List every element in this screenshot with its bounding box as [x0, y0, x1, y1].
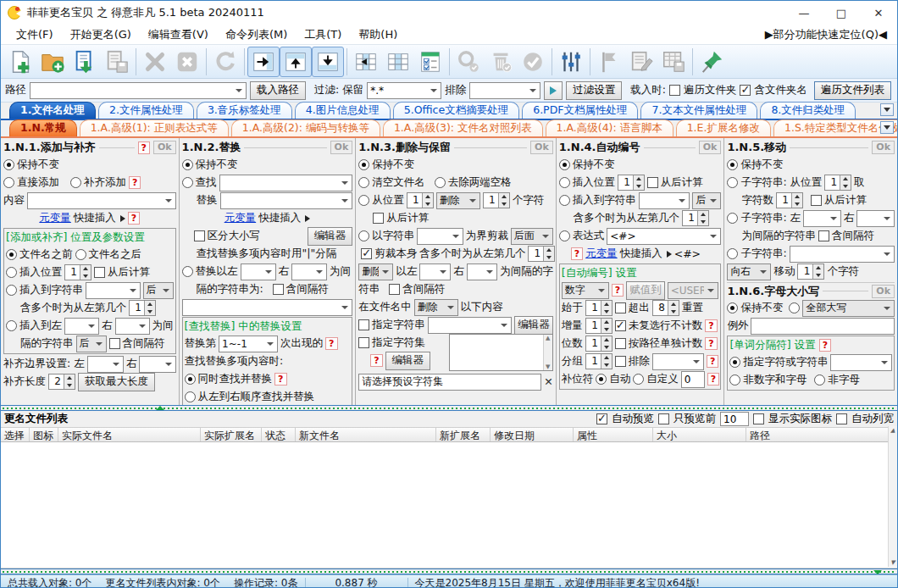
p2-nth-help-icon[interactable]: ?	[325, 337, 337, 350]
list-status-splitter[interactable]	[1, 569, 897, 574]
p2-seq-radio[interactable]	[185, 391, 196, 402]
save-list-icon[interactable]	[101, 47, 133, 77]
panel3-ok-button[interactable]: Ok	[530, 141, 553, 154]
subtab-regex[interactable]: 1.A.高级(1): 正则表达式等	[80, 119, 229, 136]
column-select-icon[interactable]	[382, 47, 414, 77]
panel1-ok-button[interactable]: Ok	[153, 141, 176, 154]
add-folder-icon[interactable]	[36, 47, 69, 77]
col-status[interactable]: 状态	[262, 428, 296, 441]
p4-assign-button[interactable]: 赋值到	[626, 281, 665, 300]
p2-match-case-checkbox[interactable]	[194, 230, 205, 241]
col-actual-ext[interactable]: 实际扩展名	[201, 428, 262, 441]
delete-confirm-icon[interactable]	[485, 47, 517, 77]
main-tabs-dropdown-icon[interactable]	[880, 103, 894, 116]
file-table-body[interactable]	[1, 442, 897, 569]
p1-insert-arrow-icon[interactable]	[120, 215, 125, 222]
subtab-extension[interactable]: 1.E.扩展名修改	[676, 119, 771, 136]
p3-preset-charset-combo[interactable]: 请选择预设字符集	[358, 374, 541, 391]
p2-find-radio[interactable]	[182, 177, 193, 188]
subtab-script[interactable]: 1.A.高级(4): 语言脚本	[546, 119, 674, 136]
menu-help[interactable]: 帮助(H)	[350, 25, 406, 44]
p1-pad-add-help-icon[interactable]: ?	[129, 176, 141, 189]
p1-keep-radio[interactable]	[3, 159, 14, 170]
p4-expr-combo[interactable]: <#>	[607, 228, 721, 245]
p6-except-input[interactable]	[751, 318, 895, 335]
import-list-icon[interactable]	[69, 47, 101, 77]
p3-bystr-radio[interactable]	[358, 230, 369, 241]
p2-simul-radio[interactable]	[185, 374, 196, 385]
p1-insert-str-combo[interactable]	[86, 282, 141, 299]
p5-sub-plain-radio[interactable]	[727, 248, 738, 259]
p1-metavar-help-icon[interactable]: ?	[128, 212, 140, 225]
p4-exclude-combo[interactable]	[652, 353, 704, 370]
exclude-filter-combo[interactable]	[469, 82, 540, 99]
col-attributes[interactable]: 属性	[574, 428, 653, 441]
p4-expr-radio[interactable]	[559, 230, 570, 241]
menu-start-rename[interactable]: 开始更名(G)	[62, 25, 140, 44]
refresh-icon[interactable]	[209, 47, 241, 77]
p2-keep-radio[interactable]	[182, 159, 193, 170]
col-icon[interactable]: 图标	[30, 428, 58, 441]
p3-count-spinner[interactable]: 1	[483, 192, 510, 208]
p1-before-name-radio[interactable]	[6, 249, 17, 260]
p3-nth-spinner[interactable]: 1	[528, 246, 555, 262]
p2-between-radio[interactable]	[182, 266, 193, 277]
p3-charset-editor-button[interactable]: 编辑器	[385, 352, 431, 370]
p3-trim-radio[interactable]	[435, 177, 446, 188]
p1-pad-add-radio[interactable]	[70, 177, 81, 188]
p4-inc-spinner[interactable]: 1	[585, 318, 613, 334]
p2-nth-combo[interactable]: 1~-1	[219, 336, 278, 352]
p6-keep-radio[interactable]	[727, 302, 738, 313]
p2-simul-help-icon[interactable]: ?	[274, 373, 286, 386]
col-new-ext[interactable]: 新扩展名	[436, 428, 491, 441]
p1-direct-add-radio[interactable]	[3, 177, 14, 188]
p5-from-end-checkbox[interactable]	[811, 195, 822, 206]
pin-icon[interactable]	[696, 47, 728, 77]
p3-keep-radio[interactable]	[358, 159, 369, 170]
tab-file-classify[interactable]: 8.文件归类处理	[760, 102, 856, 119]
tab-office-summary[interactable]: 5.Office文档摘要处理	[393, 102, 519, 119]
check-list-icon[interactable]	[414, 47, 446, 77]
p4-per-path-help-icon[interactable]: ?	[705, 337, 717, 350]
p3-cut-self-checkbox[interactable]	[361, 248, 372, 259]
quick-locate-menu[interactable]: ▶部分功能快速定位(Q)◀	[765, 27, 890, 42]
p4-pad-help-icon[interactable]: ?	[707, 373, 719, 386]
p3-spec-str-combo[interactable]	[428, 317, 513, 334]
auto-width-checkbox[interactable]	[836, 413, 847, 424]
p1-insert-between-radio[interactable]	[6, 320, 17, 331]
p4-assign-to-dropdown[interactable]: <USER0>	[668, 282, 719, 299]
search-confirm-icon[interactable]	[452, 47, 485, 77]
p3-spec-str-editor-button[interactable]: 编辑器	[514, 316, 553, 335]
export-table-icon[interactable]	[657, 47, 690, 77]
p3-between-mode-dropdown[interactable]: 删除	[358, 263, 393, 280]
p3-side-dropdown[interactable]: 后面	[511, 228, 553, 245]
minimize-button[interactable]: —	[785, 1, 823, 25]
p4-skip-help-icon[interactable]: ?	[705, 319, 717, 332]
p4-insert-str-radio[interactable]	[559, 195, 570, 206]
p3-charset-textarea[interactable]: ▲▼	[449, 334, 553, 371]
p5-sub-between-radio[interactable]	[727, 213, 738, 224]
p5-between-left-combo[interactable]	[803, 210, 841, 227]
p3-charset-scrollbar[interactable]: ▲▼	[543, 335, 552, 370]
p3-clear-preset-icon[interactable]: ✕	[544, 375, 552, 388]
p4-after-dropdown[interactable]: 后	[692, 192, 721, 209]
p4-number-type-dropdown[interactable]: 数字	[562, 282, 609, 299]
p5-keep-radio[interactable]	[727, 159, 738, 170]
p2-metavar-link[interactable]: 元变量	[224, 211, 257, 225]
p6-spec-radio[interactable]	[729, 357, 740, 368]
p1-insert-pos-spinner[interactable]: 1	[64, 264, 91, 280]
path-combo[interactable]	[30, 82, 247, 99]
p2-insert-arrow-icon[interactable]	[305, 215, 310, 222]
filter-sliders-icon[interactable]	[555, 47, 587, 77]
traverse-file-list-button[interactable]: 遍历文件列表	[814, 81, 891, 100]
apply-filter-icon[interactable]	[544, 81, 563, 100]
panel4-ok-button[interactable]: Ok	[699, 141, 722, 154]
p4-auto-radio[interactable]	[596, 374, 607, 385]
col-new-name[interactable]: 新文件名	[296, 428, 436, 441]
edit-list-icon[interactable]	[625, 47, 657, 77]
menu-tools[interactable]: 工具(T)	[296, 25, 350, 44]
p1-between-left-combo[interactable]	[64, 318, 99, 335]
p1-after-dropdown[interactable]: 后	[143, 282, 174, 299]
p6-group-help-icon[interactable]: ?	[819, 339, 831, 352]
sub-tabs-dropdown-icon[interactable]	[880, 121, 894, 134]
